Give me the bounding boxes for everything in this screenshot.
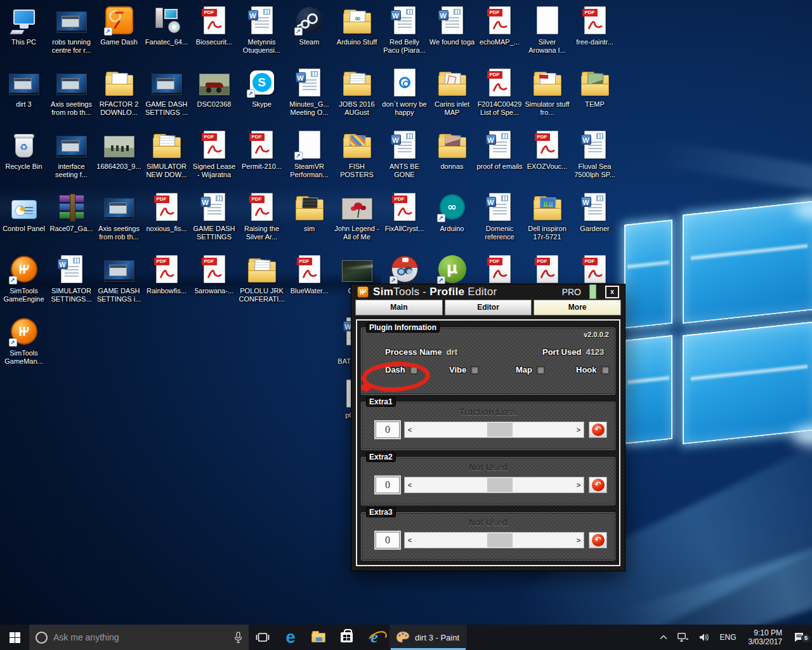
slider-left-arrow[interactable]: < — [405, 536, 415, 544]
tab-main[interactable]: Main — [355, 300, 443, 315]
desktop-icon-dirt-3[interactable]: dirt 3 — [0, 67, 48, 109]
desktop-icon-pdf[interactable]: PDF — [571, 254, 619, 284]
slider-right-arrow[interactable]: > — [573, 426, 584, 434]
slider-thumb[interactable] — [487, 423, 513, 437]
desktop-icon-metynnis-otuquensi[interactable]: WMetynnis Otuquensi... — [238, 5, 285, 55]
desktop-icon-f2014c00429-list-of-spe[interactable]: PDFF2014C00429 List of Spe... — [476, 67, 523, 117]
desktop-icon-control-panel[interactable]: Control Panel — [0, 192, 48, 233]
desktop-icon-fanatec-64[interactable]: Fanatec_64... — [143, 5, 190, 46]
desktop-icon-noxious-fis[interactable]: PDFnoxious_fis... — [143, 192, 190, 233]
action-center-button[interactable]: 5 — [790, 632, 808, 642]
extra3-slider[interactable]: < > — [404, 532, 584, 548]
network-button[interactable] — [674, 633, 693, 642]
desktop-icon-permit-210[interactable]: PDFPermit-210... — [238, 129, 285, 171]
slider-left-arrow[interactable]: < — [405, 426, 415, 434]
desktop-icon-biosecurit[interactable]: PDFBiosecurit... — [190, 5, 238, 46]
desktop-icon-pololu-jrk-conferati[interactable]: POLOLU JRK CONFERATI... — [238, 254, 285, 303]
desktop-icon-red-belly-pacu-piara[interactable]: WRed Belly Pacu (Piara... — [381, 5, 428, 55]
desktop-icon-fluval-sea-7500lph-sp[interactable]: WFluval Sea 7500lph SP... — [571, 129, 619, 179]
desktop-icon-axis-seetings-from-rob-th[interactable]: Axis seetings from rob th... — [48, 67, 95, 117]
desktop-icon-minutes-g-meeting-o[interactable]: WMinutes_G... Meeting O... — [285, 67, 333, 117]
slider-thumb[interactable] — [487, 533, 513, 547]
desktop-icon-16864203-9[interactable]: 16864203_9... — [95, 129, 143, 171]
desktop-icon-ants-be-gone[interactable]: WANTS BE GONE — [381, 129, 428, 179]
slider-right-arrow[interactable]: > — [573, 536, 584, 544]
desktop-icon-proof-of-emails[interactable]: Wproof of emails — [476, 129, 523, 171]
desktop-icon-fish-posters[interactable]: FISH POSTERS — [333, 129, 381, 179]
extra2-reset-button[interactable]: ↶ — [589, 477, 607, 493]
language-indicator[interactable]: ENG — [716, 633, 741, 642]
desktop-icon-don-t-worry-be-happy[interactable]: don´t worry be happy — [381, 67, 428, 117]
search-box[interactable] — [29, 625, 249, 650]
extra2-value-field[interactable]: 0 — [376, 477, 400, 493]
desktop-icon-hardhat[interactable]: ↗ — [381, 254, 428, 284]
desktop-icon-race07-ga[interactable]: Race07_Ga... — [48, 192, 95, 233]
desktop-icon-interface-seeting-f[interactable]: interface seeting f... — [48, 129, 95, 179]
task-button-paint[interactable]: dirt 3 - Paint — [390, 625, 467, 650]
extra1-value-field[interactable]: 0 — [376, 421, 400, 438]
desktop-icon-simulator-new-dow[interactable]: SIMULATOR NEW DOW... — [143, 129, 190, 179]
desktop-icon-john-legend-all-of-me[interactable]: John Legend - All of Me — [333, 192, 381, 241]
desktop-icon-domenic-reference[interactable]: WDomenic reference — [476, 192, 523, 241]
desktop-icon-raising-the-silver-ar[interactable]: PDFRaising the Silver Ar... — [238, 192, 285, 241]
microphone-icon[interactable] — [234, 632, 242, 643]
desktop-icon-pdf[interactable]: PDF — [476, 254, 523, 284]
desktop-icon-pdf[interactable]: PDF — [523, 254, 571, 284]
desktop-icon-simulator-settings[interactable]: WSIMULATOR SETTINGS... — [48, 254, 95, 303]
desktop-icon-game-dash-settings[interactable]: WGAME DASH SETTINGS — [190, 192, 238, 241]
extra1-slider[interactable]: < > — [404, 421, 584, 438]
desktop-icon-donnas[interactable]: donnas — [428, 129, 476, 171]
desktop-icon-arduino[interactable]: ∞↗Arduino — [428, 192, 476, 233]
slider-thumb[interactable] — [487, 478, 513, 492]
desktop-icon-bluewater[interactable]: PDFBlueWater... — [285, 254, 333, 295]
desktop-icon-this-pc[interactable]: This PC — [0, 5, 48, 46]
desktop-icon-echomap[interactable]: PDFechoMAP_... — [476, 5, 523, 46]
desktop-icon-steam[interactable]: ↗Steam — [285, 5, 333, 46]
tab-editor[interactable]: Editor — [445, 300, 532, 315]
search-input[interactable] — [53, 632, 228, 642]
desktop-icon-5arowana[interactable]: PDF5arowana-... — [190, 254, 238, 295]
hook-checkbox[interactable] — [601, 366, 610, 375]
desktop-icon-exozvouc[interactable]: PDFEXOZVouc... — [523, 129, 571, 171]
tray-chevron-button[interactable] — [656, 635, 671, 640]
desktop-icon-temp[interactable]: TEMP — [571, 67, 619, 109]
dash-checkbox[interactable] — [409, 366, 418, 375]
slider-right-arrow[interactable]: > — [573, 481, 584, 489]
desktop-icon-simulator-stuff-fro[interactable]: Simulator stuff fro... — [523, 67, 571, 117]
desktop-icon-silver-arowana-i[interactable]: Silver Arowana I... — [523, 5, 571, 55]
close-button[interactable]: x — [605, 286, 619, 298]
file-explorer-button[interactable] — [304, 625, 332, 650]
desktop-icon-rfactor-2-downlo[interactable]: RFACTOR 2 DOWNLO... — [95, 67, 143, 117]
extra3-reset-button[interactable]: ↶ — [589, 532, 607, 548]
desktop-icon-free-daintr[interactable]: PDFfree-daintr... — [571, 5, 619, 46]
desktop-icon-simtools-gameengine[interactable]: ↗SimTools GameEngine — [0, 254, 48, 303]
slider-left-arrow[interactable]: < — [405, 481, 415, 489]
desktop-icon-signed-lease-wijaratna[interactable]: PDFSigned Lease - Wijaratna — [190, 129, 238, 179]
desktop-icon-robs-tunning-centre-for-r[interactable]: robs tunning centre for r... — [48, 5, 95, 55]
map-checkbox[interactable] — [536, 366, 545, 375]
desktop-icon-sim[interactable]: sim — [285, 192, 333, 233]
volume-button[interactable] — [695, 633, 713, 642]
desktop-icon-game-dash[interactable]: ↗Game Dash — [95, 5, 143, 46]
vibe-checkbox[interactable] — [470, 366, 479, 375]
task-view-button[interactable] — [249, 625, 277, 650]
desktop-icon-carins-inlet-map[interactable]: Carins inlet MAP — [428, 67, 476, 117]
window-titlebar[interactable]: SimTools - Profile Editor PRO x — [351, 284, 625, 299]
desktop-icon-recycle-bin[interactable]: ♻Recycle Bin — [0, 129, 48, 171]
edge-button[interactable]: e — [277, 625, 304, 650]
desktop-icon-steamvr-performan[interactable]: ↗SteamVR Performan... — [285, 129, 333, 179]
desktop-icon-rainbowfis[interactable]: PDFRainbowfis... — [143, 254, 190, 295]
extra2-slider[interactable]: < > — [404, 477, 584, 493]
desktop-icon-utorrent[interactable]: µ↗ — [428, 254, 476, 284]
desktop-icon-axis-seetings-from-rob-th[interactable]: Axis seetings from rob th... — [95, 192, 143, 241]
desktop-icon-skype[interactable]: S↗Skype — [238, 67, 285, 109]
desktop-icon-game-dash-settings[interactable]: GAME DASH SETTINGS ... — [143, 67, 190, 117]
desktop-icon-gardener[interactable]: WGardener — [571, 192, 619, 233]
desktop-icon-dsc02368[interactable]: DSC02368 — [190, 67, 238, 109]
desktop-icon-arduino-stuff[interactable]: Arduino Stuff — [333, 5, 381, 46]
desktop-icon-jobs-2016-august[interactable]: JOBS 2016 AUGust — [333, 67, 381, 117]
extra1-reset-button[interactable]: ↶ — [589, 421, 607, 438]
desktop-icon-game-dash-settings-i[interactable]: GAME DASH SETTINGS i... — [95, 254, 143, 303]
start-button[interactable] — [0, 625, 29, 650]
internet-explorer-button[interactable]: e — [360, 625, 388, 650]
